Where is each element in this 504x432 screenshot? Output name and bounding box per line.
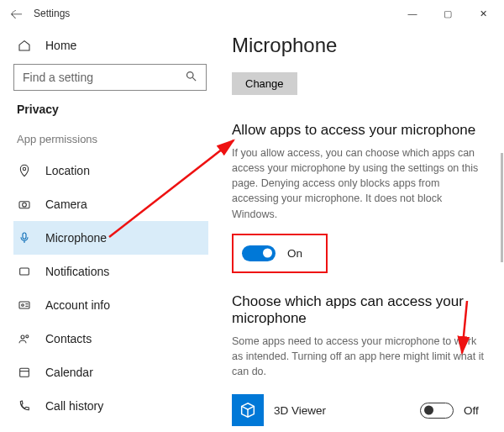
maximize-button[interactable]: ▢: [430, 0, 465, 27]
section1-description: If you allow access, you can choose whic…: [232, 145, 484, 222]
change-button[interactable]: Change: [232, 72, 297, 95]
app-toggle-label: Off: [464, 404, 484, 417]
sidebar-item-calendar[interactable]: Calendar: [13, 356, 208, 389]
svg-point-12: [21, 335, 24, 339]
svg-point-9: [22, 304, 24, 307]
titlebar: 🡠 Settings — ▢ ✕: [0, 0, 504, 27]
camera-icon: [17, 198, 32, 211]
location-icon: [17, 164, 32, 177]
scrollbar[interactable]: [501, 153, 503, 262]
notifications-icon: [17, 265, 32, 278]
svg-line-1: [192, 77, 196, 81]
svg-point-2: [23, 167, 25, 170]
sidebar-item-label: Call history: [45, 399, 103, 413]
svg-point-4: [23, 203, 27, 207]
sidebar: Home Find a setting Privacy App permissi…: [0, 27, 218, 432]
master-toggle[interactable]: [242, 245, 276, 261]
svg-rect-8: [19, 302, 29, 308]
calendar-icon: [17, 366, 32, 379]
sidebar-item-label: Notifications: [45, 265, 109, 278]
sidebar-item-contacts[interactable]: Contacts: [13, 322, 208, 356]
minimize-button[interactable]: —: [395, 0, 430, 27]
sidebar-item-camera[interactable]: Camera: [13, 187, 208, 221]
annotation-highlight-box: On: [232, 234, 328, 273]
search-icon: [185, 70, 197, 85]
contacts-icon: [17, 332, 32, 345]
sidebar-item-label: Home: [45, 39, 76, 52]
sidebar-item-label: Contacts: [45, 332, 92, 345]
sidebar-item-call-history[interactable]: Call history: [13, 389, 208, 423]
microphone-icon: [17, 231, 32, 245]
back-icon[interactable]: 🡠: [10, 7, 30, 21]
window-title: Settings: [30, 8, 395, 19]
sidebar-item-home[interactable]: Home: [13, 34, 208, 59]
sidebar-category[interactable]: Privacy: [17, 103, 205, 116]
svg-point-13: [26, 335, 29, 338]
sidebar-item-notifications[interactable]: Notifications: [13, 255, 208, 288]
master-toggle-label: On: [287, 247, 302, 260]
sidebar-item-location[interactable]: Location: [13, 154, 208, 187]
call-history-icon: [17, 399, 32, 413]
window-controls: — ▢ ✕: [395, 0, 501, 27]
search-placeholder: Find a setting: [23, 71, 93, 84]
close-button[interactable]: ✕: [465, 0, 501, 27]
sidebar-item-label: Microphone: [45, 231, 107, 245]
svg-rect-7: [20, 268, 29, 275]
section2-description: Some apps need to access your microphone…: [232, 334, 484, 379]
svg-rect-5: [23, 233, 26, 239]
master-toggle-row: On: [239, 240, 306, 266]
sidebar-item-microphone[interactable]: Microphone: [13, 221, 208, 255]
svg-rect-14: [20, 368, 29, 377]
sidebar-item-label: Location: [45, 164, 90, 177]
sidebar-group-label: App permissions: [17, 133, 205, 145]
section1-heading: Allow apps to access your microphone: [232, 122, 484, 139]
sidebar-item-label: Account info: [45, 298, 110, 312]
page-title: Microphone: [232, 34, 484, 57]
search-input[interactable]: Find a setting: [13, 64, 207, 91]
content-pane: Microphone Change Allow apps to access y…: [218, 27, 504, 432]
app-icon-3d-viewer: [232, 394, 264, 426]
app-toggle-3d-viewer[interactable]: [420, 403, 454, 419]
account-info-icon: [17, 298, 32, 312]
sidebar-item-label: Calendar: [45, 366, 93, 379]
svg-point-0: [187, 72, 194, 79]
sidebar-item-label: Camera: [45, 198, 87, 211]
sidebar-item-account-info[interactable]: Account info: [13, 288, 208, 322]
section2-heading: Choose which apps can access your microp…: [232, 293, 484, 327]
home-icon: [17, 39, 32, 52]
app-name-label: 3D Viewer: [274, 404, 410, 417]
app-row-3d-viewer: 3D Viewer Off: [232, 391, 484, 429]
